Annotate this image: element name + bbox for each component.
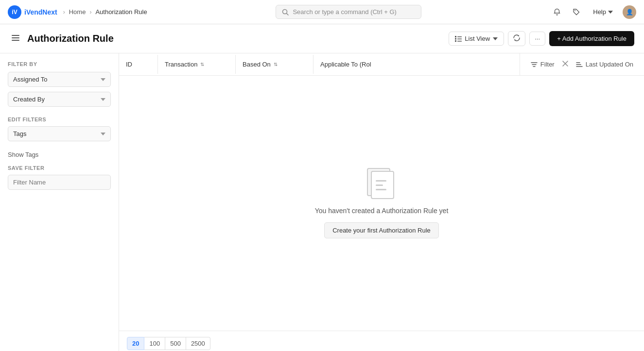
svg-rect-10 bbox=[457, 38, 462, 39]
filter-button[interactable]: Filter bbox=[527, 59, 558, 70]
refresh-icon bbox=[513, 34, 520, 41]
notifications-button[interactable] bbox=[550, 5, 564, 19]
help-button[interactable]: Help bbox=[589, 6, 617, 17]
show-tags-link[interactable]: Show Tags bbox=[8, 151, 111, 158]
svg-rect-11 bbox=[457, 41, 462, 42]
svg-rect-4 bbox=[12, 37, 19, 38]
page-size-500[interactable]: 500 bbox=[165, 337, 186, 350]
svg-rect-6 bbox=[455, 36, 456, 37]
search-icon bbox=[282, 9, 289, 16]
more-options-button[interactable]: ··· bbox=[529, 32, 545, 46]
svg-line-1 bbox=[287, 13, 289, 15]
filter-by-label: Filter By bbox=[8, 61, 111, 67]
page-size-2500[interactable]: 2500 bbox=[186, 337, 210, 350]
sidebar-toggle-button[interactable] bbox=[10, 33, 21, 44]
refresh-button[interactable] bbox=[508, 31, 525, 46]
list-view-icon bbox=[455, 36, 462, 42]
page-header-left: Authorization Rule bbox=[10, 33, 114, 44]
transaction-sort-icon: ⇅ bbox=[200, 62, 204, 67]
filter-icon bbox=[531, 62, 538, 67]
svg-rect-8 bbox=[455, 40, 456, 42]
topnav-right: Help 👤 bbox=[550, 5, 636, 19]
list-view-chevron-icon bbox=[493, 37, 498, 40]
empty-state-icon bbox=[366, 168, 397, 199]
bell-icon bbox=[553, 8, 561, 16]
main-content: ID Transaction ⇅ Based On ⇅ Applicable T… bbox=[119, 53, 644, 351]
search-area: Search or type a command (Ctrl + G) bbox=[151, 5, 547, 19]
tags-filter[interactable]: Tags bbox=[8, 126, 111, 141]
col-applicable-header: Applicable To (Rol bbox=[313, 55, 520, 74]
filter-name-input[interactable] bbox=[8, 175, 111, 190]
col-id-header: ID bbox=[119, 55, 158, 74]
create-first-button[interactable]: Create your first Authorization Rule bbox=[324, 222, 439, 238]
top-nav: iV iVendNext › Home › Authorization Rule… bbox=[0, 0, 644, 24]
sort-icon bbox=[576, 62, 583, 67]
col-based-on-header[interactable]: Based On ⇅ bbox=[236, 55, 313, 74]
hamburger-icon bbox=[12, 35, 19, 41]
breadcrumb-sep-1: › bbox=[63, 9, 65, 16]
svg-rect-9 bbox=[457, 36, 462, 37]
sidebar: Filter By Assigned To Created By Edit Fi… bbox=[0, 53, 119, 351]
page-header-right: List View ··· + Add Authorization Rule bbox=[449, 31, 634, 46]
save-filter-label: Save Filter bbox=[8, 165, 111, 171]
list-view-button[interactable]: List View bbox=[449, 32, 504, 46]
col-transaction-header[interactable]: Transaction ⇅ bbox=[158, 55, 236, 74]
table-header: ID Transaction ⇅ Based On ⇅ Applicable T… bbox=[119, 53, 644, 76]
add-authorization-rule-button[interactable]: + Add Authorization Rule bbox=[549, 31, 634, 46]
logo-icon: iV bbox=[8, 5, 21, 19]
tags-button[interactable] bbox=[570, 5, 583, 19]
breadcrumb-current: Authorization Rule bbox=[95, 8, 147, 16]
chevron-down-icon bbox=[608, 11, 613, 14]
last-updated-on-label: Last Updated On bbox=[586, 61, 633, 68]
filter-actions: Filter Last Updated On bbox=[520, 53, 644, 75]
app-name: iVendNext bbox=[24, 8, 57, 16]
sort-button[interactable]: Last Updated On bbox=[572, 59, 637, 70]
page-size-100[interactable]: 100 bbox=[144, 337, 165, 350]
svg-rect-3 bbox=[12, 35, 19, 36]
search-bar[interactable]: Search or type a command (Ctrl + G) bbox=[276, 5, 421, 19]
avatar[interactable]: 👤 bbox=[623, 5, 636, 19]
svg-rect-5 bbox=[12, 40, 19, 41]
based-on-sort-icon: ⇅ bbox=[274, 62, 278, 67]
svg-rect-7 bbox=[455, 38, 456, 39]
assigned-to-filter[interactable]: Assigned To bbox=[8, 72, 111, 87]
empty-state-message: You haven't created a Authorization Rule… bbox=[315, 207, 449, 215]
filter-label: Filter bbox=[540, 61, 555, 68]
search-placeholder: Search or type a command (Ctrl + G) bbox=[293, 8, 397, 16]
close-icon bbox=[562, 61, 568, 67]
created-by-filter[interactable]: Created By bbox=[8, 92, 111, 107]
breadcrumb-sep-2: › bbox=[89, 9, 91, 16]
page-size-20[interactable]: 20 bbox=[127, 337, 144, 350]
breadcrumb-home[interactable]: Home bbox=[69, 8, 86, 16]
svg-point-2 bbox=[574, 10, 575, 11]
list-view-label: List View bbox=[465, 35, 490, 42]
tag-icon bbox=[573, 8, 580, 16]
edit-filters-label: Edit Filters bbox=[8, 117, 111, 122]
page-header: Authorization Rule List View ··· bbox=[0, 24, 644, 53]
empty-state: You haven't created a Authorization Rule… bbox=[119, 76, 644, 331]
logo[interactable]: iV iVendNext bbox=[8, 5, 57, 19]
page-title: Authorization Rule bbox=[27, 33, 114, 44]
pagination: 20 100 500 2500 bbox=[119, 331, 644, 351]
clear-filter-button[interactable] bbox=[561, 60, 569, 69]
doc-front-icon bbox=[371, 171, 394, 199]
add-button-label: + Add Authorization Rule bbox=[557, 35, 627, 42]
main-layout: Filter By Assigned To Created By Edit Fi… bbox=[0, 53, 644, 351]
